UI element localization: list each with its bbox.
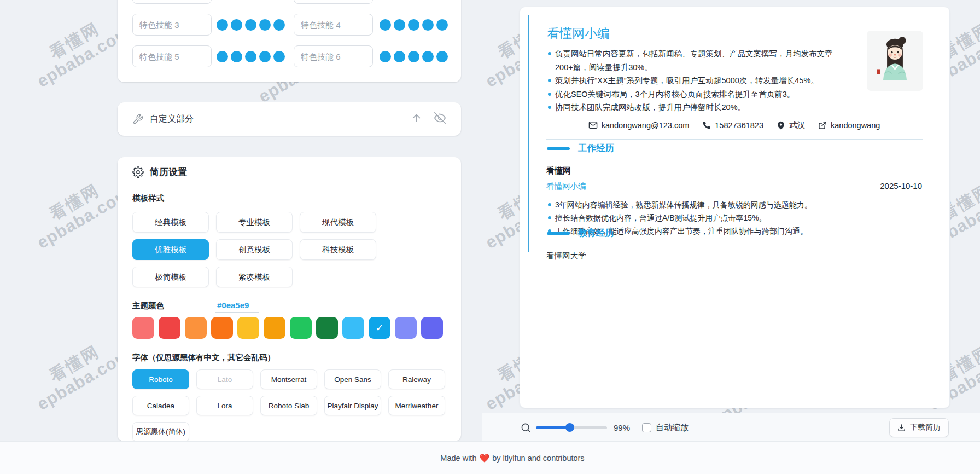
template-elegant[interactable]: 优雅模板: [132, 239, 209, 260]
color-swatch[interactable]: [421, 317, 443, 339]
autoscale-label: 自动缩放: [656, 423, 689, 433]
color-swatch[interactable]: [342, 317, 364, 339]
role-title: 看懂网小编: [546, 181, 586, 192]
contact-link: kandongwang: [818, 121, 880, 130]
template-professional[interactable]: 专业模板: [216, 212, 293, 233]
template-compact[interactable]: 紧凑模板: [216, 267, 293, 287]
skill-rating-3[interactable]: [217, 14, 285, 36]
app: 看懂网epbaba.com 看懂网epbaba.com 看懂网epbaba.co…: [0, 0, 980, 474]
contact-row: kandongwang@123.com 15827361823 武汉 kando…: [529, 120, 940, 130]
color-swatch[interactable]: [159, 317, 180, 339]
template-minimal[interactable]: 极简模板: [132, 267, 209, 287]
font-playfair[interactable]: Playfair Display: [324, 396, 381, 415]
font-lato[interactable]: Lato: [196, 369, 253, 389]
zoom-slider[interactable]: [536, 423, 607, 432]
summary-item: 策划并执行“XX主题”系列专题，吸引用户互动超5000次，转发量增长45%。: [547, 74, 850, 88]
theme-color-swatches: [132, 317, 443, 339]
font-merriweather[interactable]: Merriweather: [388, 396, 445, 415]
theme-color-value[interactable]: #0ea5e9: [215, 300, 259, 313]
color-swatch-selected[interactable]: [369, 317, 390, 339]
company-name: 看懂网: [546, 166, 571, 176]
color-swatch[interactable]: [211, 317, 233, 339]
template-modern[interactable]: 现代模板: [300, 212, 376, 233]
download-resume-button[interactable]: 下载简历: [889, 418, 949, 437]
color-swatch[interactable]: [132, 317, 154, 339]
work-section-header: 工作经历: [547, 142, 614, 154]
rating-dot[interactable]: [394, 51, 405, 62]
wrench-icon: [132, 114, 143, 125]
education-section-header: 教育经历: [547, 227, 614, 239]
font-caladea[interactable]: Caladea: [132, 396, 189, 415]
skill-input-3[interactable]: [132, 14, 212, 36]
avatar: [867, 31, 923, 91]
skill-input[interactable]: [132, 0, 212, 4]
resume-summary: 负责网站日常内容更新，包括新闻稿、专题策划、产品文案撰写，月均发布文章200+篇…: [547, 47, 850, 114]
font-siyuan[interactable]: 思源黑体(简体): [132, 422, 189, 441]
theme-color-label: 主题颜色: [132, 300, 164, 311]
autoscale-checkbox[interactable]: [642, 423, 651, 432]
slider-knob[interactable]: [565, 423, 574, 432]
template-classic[interactable]: 经典模板: [132, 212, 209, 233]
skill-rating-5[interactable]: [217, 45, 285, 67]
color-swatch[interactable]: [316, 317, 338, 339]
color-swatch[interactable]: [395, 317, 417, 339]
rating-dot[interactable]: [217, 19, 228, 31]
rating-dot[interactable]: [436, 19, 448, 31]
preview-toolbar: 99% 自动缩放 下载简历: [482, 413, 980, 442]
color-swatch[interactable]: [290, 317, 312, 339]
rating-dot[interactable]: [422, 19, 434, 31]
skill-input[interactable]: [294, 0, 373, 4]
font-grid: Roboto Lato Montserrat Open Sans Raleway…: [132, 369, 445, 441]
summary-item: 负责网站日常内容更新，包括新闻稿、专题策划、产品文案撰写，月均发布文章200+篇…: [547, 47, 850, 74]
font-open-sans[interactable]: Open Sans: [324, 369, 381, 389]
rating-dot[interactable]: [380, 51, 391, 62]
heart-icon: ❤️: [479, 453, 489, 463]
map-pin-icon: [777, 121, 785, 130]
skill-input-6[interactable]: [294, 45, 373, 67]
rating-dot[interactable]: [408, 51, 419, 62]
rating-dot[interactable]: [422, 51, 434, 62]
school-name: 看懂网大学: [546, 251, 586, 261]
font-roboto[interactable]: Roboto: [132, 369, 189, 389]
color-swatch[interactable]: [185, 317, 207, 339]
rating-dot[interactable]: [245, 19, 256, 31]
rating-dot[interactable]: [259, 19, 271, 31]
template-creative[interactable]: 创意模板: [216, 239, 293, 260]
move-up-icon[interactable]: [411, 112, 422, 126]
footer: Made with ❤️ by ltlylfun and contributor…: [0, 441, 980, 474]
rating-dot[interactable]: [436, 51, 448, 62]
rating-dot[interactable]: [273, 19, 285, 31]
footer-text: by ltlylfun and contributors: [492, 454, 584, 463]
work-date: 2025-10-10: [880, 181, 922, 190]
rating-dot[interactable]: [259, 51, 271, 62]
font-roboto-slab[interactable]: Roboto Slab: [260, 396, 317, 415]
font-raleway[interactable]: Raleway: [388, 369, 445, 389]
rating-dot[interactable]: [394, 19, 405, 31]
skill-rating-4[interactable]: [380, 14, 448, 36]
resume-settings-card: 简历设置 模板样式 经典模板 专业模板 现代模板 优雅模板 创意模板 科技模板 …: [118, 157, 461, 441]
eye-off-icon[interactable]: [434, 112, 446, 126]
work-section-title: 工作经历: [578, 142, 614, 154]
skill-input-5[interactable]: [132, 45, 212, 67]
rating-dot[interactable]: [273, 51, 285, 62]
section-underline: [546, 245, 923, 245]
zoom-search-icon: [521, 423, 531, 433]
template-tech[interactable]: 科技模板: [300, 239, 376, 260]
skill-rating-6[interactable]: [380, 45, 448, 67]
skill-input-4[interactable]: [294, 14, 373, 36]
color-swatch[interactable]: [264, 317, 285, 339]
rating-dot[interactable]: [231, 19, 242, 31]
rating-dot[interactable]: [245, 51, 256, 62]
font-label: 字体（仅思源黑体有中文，其它会乱码）: [132, 352, 275, 363]
contact-divider: [546, 139, 923, 140]
font-montserrat[interactable]: Montserrat: [260, 369, 317, 389]
font-lora[interactable]: Lora: [196, 396, 253, 415]
phone-icon: [702, 121, 711, 130]
rating-dot[interactable]: [217, 51, 228, 62]
rating-dot[interactable]: [231, 51, 242, 62]
template-grid: 经典模板 专业模板 现代模板 优雅模板 创意模板 科技模板 极简模板 紧凑模板: [132, 212, 376, 287]
color-swatch[interactable]: [237, 317, 259, 339]
custom-section-title: 自定义部分: [150, 113, 194, 125]
rating-dot[interactable]: [408, 19, 419, 31]
rating-dot[interactable]: [380, 19, 391, 31]
